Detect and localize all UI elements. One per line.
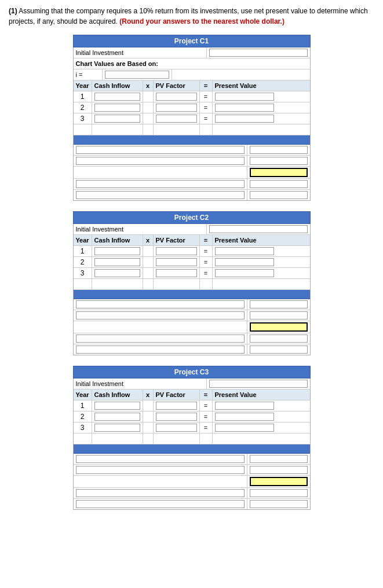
year1-cashinflow-field-c1[interactable] bbox=[94, 93, 140, 101]
year2-cashinflow-c2[interactable] bbox=[92, 257, 143, 267]
year2-cashinflow-c1[interactable] bbox=[92, 102, 143, 113]
below-npv-left-field-c1a[interactable] bbox=[76, 180, 245, 188]
extra-right-field-c3b[interactable] bbox=[250, 466, 308, 474]
year1-cashinflow-field-c3[interactable] bbox=[94, 402, 140, 410]
extra-right-c2b[interactable] bbox=[247, 310, 310, 321]
extra-left-field-c2b[interactable] bbox=[76, 311, 245, 319]
year2-cashinflow-field-c2[interactable] bbox=[94, 258, 140, 266]
year2-pvfactor-field-c2[interactable] bbox=[156, 258, 197, 266]
year3-pvfactor-field-c2[interactable] bbox=[156, 269, 197, 277]
year3-cashinflow-c2[interactable] bbox=[92, 268, 143, 278]
year2-pv-c2[interactable] bbox=[213, 257, 276, 267]
year1-pv-c3[interactable] bbox=[213, 400, 276, 411]
year2-pvfactor-field-c3[interactable] bbox=[156, 413, 197, 421]
year1-pvfactor-field-c2[interactable] bbox=[156, 247, 197, 255]
below-npv-right-field-c3a[interactable] bbox=[250, 489, 308, 497]
extra-left-field-c2a[interactable] bbox=[76, 300, 245, 308]
extra-right-field-c2b[interactable] bbox=[250, 311, 308, 319]
year3-cashinflow-field-c2[interactable] bbox=[94, 269, 140, 277]
extra-left-c2b[interactable] bbox=[74, 310, 247, 321]
initial-investment-input-c3[interactable] bbox=[207, 378, 310, 389]
initial-investment-input-c1[interactable] bbox=[207, 47, 310, 58]
year3-pv-field-c1[interactable] bbox=[215, 115, 274, 123]
below-npv-left-field-c3b[interactable] bbox=[76, 500, 245, 508]
year3-pvfactor-field-c3[interactable] bbox=[156, 424, 197, 432]
year2-pv-c3[interactable] bbox=[213, 411, 276, 422]
extra-left-field-c3b[interactable] bbox=[76, 466, 245, 474]
year1-pv-c1[interactable] bbox=[213, 91, 276, 102]
below-npv-right-c2a[interactable] bbox=[247, 333, 310, 344]
year3-cashinflow-c1[interactable] bbox=[92, 113, 143, 124]
initial-investment-field-c3[interactable] bbox=[209, 380, 308, 388]
year2-pv-field-c2[interactable] bbox=[215, 258, 274, 266]
year3-pv-field-c2[interactable] bbox=[215, 269, 274, 277]
below-npv-right-c1b[interactable] bbox=[247, 190, 310, 200]
year3-pv-c2[interactable] bbox=[213, 268, 276, 278]
year2-pvfactor-field-c1[interactable] bbox=[156, 104, 197, 112]
below-npv-left-c2a[interactable] bbox=[74, 333, 247, 344]
year1-pvfactor-c1[interactable] bbox=[154, 91, 200, 102]
below-npv-left-field-c1b[interactable] bbox=[76, 191, 245, 199]
below-npv-left-c3b[interactable] bbox=[74, 499, 247, 509]
year2-pvfactor-c2[interactable] bbox=[154, 257, 200, 267]
below-npv-right-c1a[interactable] bbox=[247, 179, 310, 189]
extra-right-field-c1b[interactable] bbox=[250, 157, 308, 165]
extra-left-c1b[interactable] bbox=[74, 156, 247, 166]
year3-cashinflow-field-c1[interactable] bbox=[94, 115, 140, 123]
year1-pvfactor-c2[interactable] bbox=[154, 246, 200, 256]
year1-cashinflow-field-c2[interactable] bbox=[94, 247, 140, 255]
year3-pv-c1[interactable] bbox=[213, 113, 276, 124]
extra-right-field-c3a[interactable] bbox=[250, 455, 308, 463]
year1-pv-field-c2[interactable] bbox=[215, 247, 274, 255]
year2-pv-c1[interactable] bbox=[213, 102, 276, 113]
npv-field-c1[interactable] bbox=[250, 168, 308, 177]
extra-left-c1a[interactable] bbox=[74, 145, 247, 155]
year2-cashinflow-field-c3[interactable] bbox=[94, 413, 140, 421]
year3-cashinflow-c3[interactable] bbox=[92, 422, 143, 433]
below-npv-right-c3b[interactable] bbox=[247, 499, 310, 509]
year2-pvfactor-c3[interactable] bbox=[154, 411, 200, 422]
year3-pvfactor-c2[interactable] bbox=[154, 268, 200, 278]
year3-cashinflow-field-c3[interactable] bbox=[94, 424, 140, 432]
npv-field-c2[interactable] bbox=[250, 322, 308, 332]
below-npv-left-field-c2b[interactable] bbox=[76, 346, 245, 354]
below-npv-left-c3a[interactable] bbox=[74, 488, 247, 498]
below-npv-right-field-c3b[interactable] bbox=[250, 500, 308, 508]
below-npv-left-field-c2a[interactable] bbox=[76, 335, 245, 343]
initial-investment-field-c2[interactable] bbox=[209, 225, 308, 233]
extra-right-c1b[interactable] bbox=[247, 156, 310, 166]
year1-pv-field-c1[interactable] bbox=[215, 93, 274, 101]
i-field-c1[interactable] bbox=[105, 71, 169, 79]
extra-left-c3b[interactable] bbox=[74, 465, 247, 475]
extra-right-c1a[interactable] bbox=[247, 145, 310, 155]
below-npv-left-field-c3a[interactable] bbox=[76, 489, 245, 497]
below-npv-right-field-c2a[interactable] bbox=[250, 335, 308, 343]
npv-value-c3[interactable] bbox=[247, 476, 310, 487]
year1-pvfactor-field-c3[interactable] bbox=[156, 402, 197, 410]
year1-pvfactor-field-c1[interactable] bbox=[156, 93, 197, 101]
extra-left-field-c3a[interactable] bbox=[76, 455, 245, 463]
npv-value-c1[interactable] bbox=[247, 167, 310, 178]
extra-left-c3a[interactable] bbox=[74, 454, 247, 464]
year1-pv-field-c3[interactable] bbox=[215, 402, 274, 410]
extra-left-field-c1b[interactable] bbox=[76, 157, 245, 165]
year1-pvfactor-c3[interactable] bbox=[154, 400, 200, 411]
year2-pv-field-c3[interactable] bbox=[215, 413, 274, 421]
i-input-c1[interactable] bbox=[103, 69, 172, 80]
year2-cashinflow-field-c1[interactable] bbox=[94, 104, 140, 112]
year2-cashinflow-c3[interactable] bbox=[92, 411, 143, 422]
year1-cashinflow-c2[interactable] bbox=[92, 246, 143, 256]
year2-pv-field-c1[interactable] bbox=[215, 104, 274, 112]
year1-pv-c2[interactable] bbox=[213, 246, 276, 256]
below-npv-right-c2b[interactable] bbox=[247, 344, 310, 355]
year2-pvfactor-c1[interactable] bbox=[154, 102, 200, 113]
extra-right-c3a[interactable] bbox=[247, 454, 310, 464]
year3-pvfactor-c3[interactable] bbox=[154, 422, 200, 433]
npv-value-c2[interactable] bbox=[247, 321, 310, 333]
year1-cashinflow-c3[interactable] bbox=[92, 400, 143, 411]
extra-right-c2a[interactable] bbox=[247, 299, 310, 310]
extra-right-field-c1a[interactable] bbox=[250, 146, 308, 154]
year3-pv-field-c3[interactable] bbox=[215, 424, 274, 432]
below-npv-right-field-c1a[interactable] bbox=[250, 180, 308, 188]
extra-right-field-c2a[interactable] bbox=[250, 300, 308, 308]
